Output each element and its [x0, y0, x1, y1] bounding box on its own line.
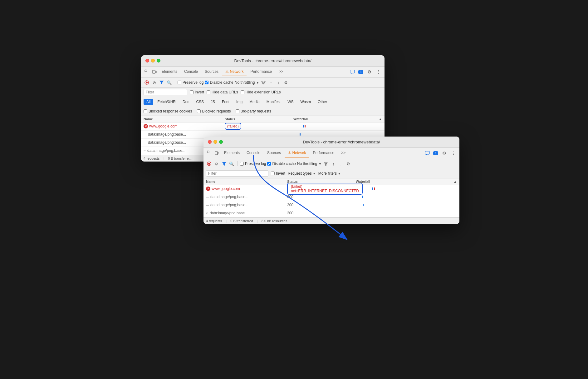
throttle-arrow-front: ▼ — [318, 162, 321, 166]
invert-checkbox[interactable] — [190, 90, 194, 94]
blocked-cookies-checkbox[interactable] — [144, 109, 147, 113]
wifi-icon[interactable] — [260, 79, 267, 86]
cursor-tool-icon[interactable] — [144, 68, 150, 75]
table-row-front[interactable]: ↵ data:image/png;base... 200 — [203, 209, 459, 217]
third-party-label[interactable]: 3rd-party requests — [236, 109, 271, 113]
tab-more-front[interactable]: >> — [338, 149, 349, 157]
more-options-icon[interactable]: ⋮ — [375, 68, 382, 75]
tab-elements[interactable]: Elements — [159, 67, 180, 76]
disable-cache-label[interactable]: Disable cache — [205, 80, 233, 85]
tab-sources[interactable]: Sources — [202, 67, 222, 76]
close-button[interactable] — [145, 59, 149, 62]
pill-ws[interactable]: WS — [285, 99, 296, 105]
throttle-select-front[interactable]: No throttling — [297, 162, 317, 166]
wifi-icon-front[interactable] — [323, 161, 329, 167]
network-settings-icon-front[interactable]: ⚙ — [345, 161, 351, 167]
svg-rect-1 — [153, 70, 155, 73]
more-options-icon-front[interactable]: ⋮ — [450, 150, 457, 157]
invert-label-front[interactable]: Invert — [271, 171, 285, 176]
invert-label[interactable]: Invert — [190, 90, 204, 94]
request-types-dropdown[interactable]: Request types ▼ — [288, 171, 316, 176]
pill-all[interactable]: All — [144, 99, 153, 105]
download-icon[interactable]: ↓ — [275, 79, 282, 86]
invert-checkbox-front[interactable] — [271, 172, 275, 175]
waterfall-bar-blue-2 — [300, 133, 301, 136]
maximize-button-front[interactable] — [219, 140, 223, 144]
pill-img[interactable]: Img — [233, 99, 245, 105]
disable-cache-checkbox[interactable] — [205, 81, 208, 84]
network-settings-icon[interactable]: ⚙ — [283, 79, 289, 86]
hide-extension-urls-checkbox[interactable] — [241, 90, 244, 94]
disable-cache-label-front[interactable]: Disable cache — [267, 162, 296, 166]
pill-css[interactable]: CSS — [193, 99, 207, 105]
filter-input-front[interactable] — [206, 170, 268, 177]
action-bar-front: ⊘ 🔍 Preserve log Disable cache No thrott… — [203, 159, 459, 169]
col-name-header-front: Name — [206, 180, 287, 183]
search-icon-front[interactable]: 🔍 — [228, 161, 235, 167]
table-row-front[interactable]: ✕ www.google.com (failed) net::ERR_INTER… — [203, 185, 459, 193]
upload-icon-front[interactable]: ↑ — [330, 161, 336, 167]
tab-console-front[interactable]: Console — [243, 149, 263, 157]
preserve-log-label[interactable]: Preserve log — [178, 80, 203, 85]
clear-icon[interactable]: ⊘ — [151, 79, 157, 86]
close-button-front[interactable] — [208, 140, 212, 144]
devtools-window-front: DevTools - chrome-error://chromewebdata/… — [203, 137, 459, 224]
tab-performance-front[interactable]: Performance — [310, 149, 337, 157]
record-icon-front[interactable] — [206, 161, 212, 167]
tab-console[interactable]: Console — [181, 67, 201, 76]
maximize-button[interactable] — [157, 59, 160, 62]
settings-icon-front[interactable]: ⚙ — [441, 150, 448, 157]
pill-doc[interactable]: Doc — [180, 99, 192, 105]
col-waterfall-header: Waterfall ▲ — [293, 117, 382, 121]
filter-input-back[interactable] — [144, 89, 187, 95]
tab-performance[interactable]: Performance — [247, 67, 275, 76]
preserve-log-label-front[interactable]: Preserve log — [240, 162, 266, 166]
hide-data-urls-checkbox[interactable] — [207, 90, 210, 94]
pill-fetch-xhr[interactable]: Fetch/XHR — [154, 99, 179, 105]
download-icon-front[interactable]: ↓ — [338, 161, 344, 167]
pill-media[interactable]: Media — [247, 99, 262, 105]
throttle-select[interactable]: No throttling — [235, 80, 255, 85]
search-icon[interactable]: 🔍 — [166, 79, 172, 86]
blocked-requests-label[interactable]: Blocked requests — [197, 109, 231, 113]
device-tool-icon-front[interactable] — [213, 150, 220, 157]
hide-extension-urls-label[interactable]: Hide extension URLs — [241, 90, 281, 94]
pill-wasm[interactable]: Wasm — [298, 99, 314, 105]
row-waterfall-2 — [293, 132, 382, 137]
table-row-front[interactable]: — data:image/png;base... 200 — [203, 201, 459, 209]
record-icon[interactable] — [144, 79, 150, 86]
pill-js[interactable]: JS — [208, 99, 218, 105]
blocked-cookies-label[interactable]: Blocked response cookies — [144, 109, 192, 113]
hide-data-urls-label[interactable]: Hide data URLs — [207, 90, 238, 94]
svg-rect-0 — [145, 70, 147, 72]
preserve-log-checkbox[interactable] — [178, 81, 181, 84]
minimize-button-front[interactable] — [213, 140, 217, 144]
settings-icon[interactable]: ⚙ — [366, 68, 373, 75]
blocked-requests-checkbox[interactable] — [197, 109, 201, 113]
pill-font[interactable]: Font — [219, 99, 232, 105]
more-filters-dropdown[interactable]: More filters ▼ — [318, 171, 341, 176]
table-row[interactable]: ✕ www.google.com (failed) — [141, 122, 385, 131]
traffic-lights-front — [208, 140, 223, 144]
pill-other[interactable]: Other — [315, 99, 330, 105]
cursor-tool-icon-front[interactable] — [206, 150, 213, 157]
minimize-button[interactable] — [151, 59, 155, 62]
device-tool-icon[interactable] — [151, 68, 158, 75]
col-waterfall-header-front: Waterfall ▲ — [356, 180, 457, 183]
messages-icon-front[interactable] — [424, 150, 431, 157]
messages-icon[interactable] — [349, 68, 356, 75]
tab-elements-front[interactable]: Elements — [221, 149, 243, 157]
row-name-front-1: ✕ www.google.com — [206, 187, 287, 191]
filter-icon-front[interactable] — [221, 161, 227, 167]
tab-more[interactable]: >> — [276, 67, 286, 76]
upload-icon[interactable]: ↑ — [268, 79, 274, 86]
tab-network-front[interactable]: ⚠ Network — [285, 149, 309, 157]
tab-network[interactable]: ⚠ Network — [222, 67, 247, 76]
tab-sources-front[interactable]: Sources — [264, 149, 284, 157]
filter-icon[interactable] — [159, 79, 165, 86]
disable-cache-checkbox-front[interactable] — [267, 162, 271, 166]
pill-manifest[interactable]: Manifest — [264, 99, 283, 105]
third-party-checkbox[interactable] — [236, 109, 239, 113]
clear-icon-front[interactable]: ⊘ — [213, 161, 220, 167]
preserve-log-checkbox-front[interactable] — [240, 162, 244, 166]
